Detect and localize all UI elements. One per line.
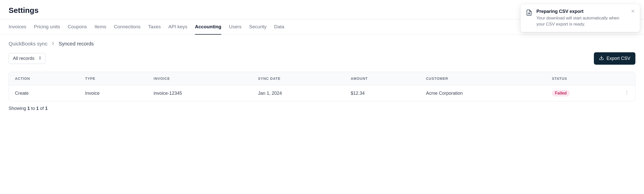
export-csv-label: Export CSV [607,56,630,61]
tab-connections[interactable]: Connections [114,24,141,35]
cell-status: Failed [546,85,623,101]
table-header-row: ACTION TYPE INVOICE SYNC DATE AMOUNT CUS… [9,72,635,85]
tab-pricing-units[interactable]: Pricing units [34,24,60,35]
records-filter-select[interactable]: All records [9,53,45,64]
synced-records-table: ACTION TYPE INVOICE SYNC DATE AMOUNT CUS… [9,72,635,101]
col-sync-date: SYNC DATE [252,72,345,85]
svg-point-1 [627,91,627,91]
tab-api-keys[interactable]: API keys [168,24,187,35]
breadcrumb-root[interactable]: QuickBooks sync [9,41,47,47]
tab-accounting[interactable]: Accounting [195,24,222,35]
tab-taxes[interactable]: Taxes [148,24,161,35]
records-filter-value: All records [13,56,34,61]
cell-sync-date: Jan 1, 2024 [252,85,345,101]
col-invoice: INVOICE [148,72,252,85]
toolbar: All records Export CSV [0,52,644,65]
col-type: TYPE [79,72,148,85]
col-customer: CUSTOMER [420,72,546,85]
toast-description: Your download will start automatically w… [536,15,627,27]
cell-row-actions [623,85,635,101]
tab-items[interactable]: Items [94,24,106,35]
pagination-prefix: Showing [9,106,27,111]
pagination-info: Showing 1 to 1 of 1 [0,106,644,119]
svg-point-3 [627,94,627,94]
chevron-right-icon [51,41,55,46]
chevron-up-down-icon [38,56,42,61]
cell-amount: $12.34 [345,85,420,101]
col-action: ACTION [9,72,79,85]
col-amount: AMOUNT [345,72,420,85]
cell-invoice: invoice-12345 [148,85,252,101]
toast-title: Preparing CSV export [536,9,627,14]
cell-customer: Acme Corporation [420,85,546,101]
cell-action: Create [9,85,79,101]
toast-body: Preparing CSV export Your download will … [536,9,627,27]
tab-security[interactable]: Security [249,24,267,35]
tab-invoices[interactable]: Invoices [9,24,26,35]
pagination-to: 1 [36,106,39,111]
export-csv-button[interactable]: Export CSV [594,52,635,65]
pagination-mid2: of [39,106,45,111]
close-icon[interactable] [631,9,635,14]
status-badge: Failed [552,90,570,96]
tab-coupons[interactable]: Coupons [68,24,87,35]
tab-users[interactable]: Users [229,24,242,35]
col-status: STATUS [546,72,623,85]
toast-csv-export: Preparing CSV export Your download will … [520,4,640,32]
download-icon [599,55,604,62]
svg-point-2 [627,92,627,93]
col-actions [623,72,635,85]
tab-data[interactable]: Data [274,24,284,35]
pagination-from: 1 [27,106,30,111]
document-chart-icon [526,9,532,17]
pagination-total: 1 [45,106,48,111]
table-row: Create Invoice invoice-12345 Jan 1, 2024… [9,85,635,101]
breadcrumb: QuickBooks sync Synced records [0,41,644,52]
cell-type: Invoice [79,85,148,101]
pagination-mid1: to [30,106,36,111]
breadcrumb-current: Synced records [58,41,94,47]
more-vertical-icon[interactable] [624,91,629,96]
